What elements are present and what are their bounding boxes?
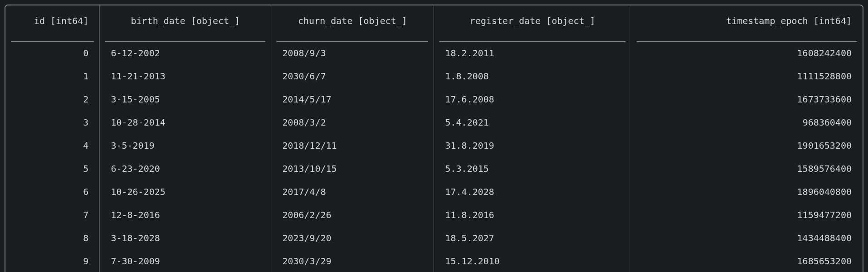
cell-id: 7 (5, 204, 100, 227)
cell-register-date: 5.4.2021 (434, 111, 631, 134)
cell-birth-date: 10-28-2014 (100, 111, 271, 134)
cell-churn-date: 2017/4/8 (271, 180, 434, 204)
cell-id: 4 (5, 134, 100, 157)
cell-id: 9 (5, 250, 100, 272)
cell-birth-date: 11-21-2013 (100, 65, 271, 88)
cell-churn-date: 2013/10/15 (271, 157, 434, 180)
table-row: 7 12-8-2016 2006/2/26 11.8.2016 11594772… (5, 204, 863, 227)
column-header-churn-date: churn_date [object_] (271, 5, 434, 37)
cell-timestamp-epoch: 968360400 (631, 111, 863, 134)
cell-register-date: 15.12.2010 (434, 250, 631, 272)
cell-churn-date: 2008/9/3 (271, 42, 434, 65)
table-body: 0 6-12-2002 2008/9/3 18.2.2011 160824240… (5, 37, 863, 272)
cell-churn-date: 2006/2/26 (271, 204, 434, 227)
column-header-register-date: register_date [object_] (434, 5, 631, 37)
cell-churn-date: 2014/5/17 (271, 88, 434, 111)
cell-register-date: 18.2.2011 (434, 42, 631, 65)
table-header-row: id [int64] birth_date [object_] churn_da… (5, 5, 863, 37)
cell-id: 2 (5, 88, 100, 111)
table-row: 3 10-28-2014 2008/3/2 5.4.2021 968360400 (5, 111, 863, 134)
cell-id: 6 (5, 180, 100, 204)
data-table: id [int64] birth_date [object_] churn_da… (5, 5, 863, 272)
cell-register-date: 5.3.2015 (434, 157, 631, 180)
cell-id: 1 (5, 65, 100, 88)
cell-id: 8 (5, 227, 100, 250)
cell-timestamp-epoch: 1896040800 (631, 180, 863, 204)
header-divider (5, 37, 863, 42)
cell-register-date: 17.6.2008 (434, 88, 631, 111)
column-header-birth-date: birth_date [object_] (100, 5, 271, 37)
column-header-id: id [int64] (5, 5, 100, 37)
cell-churn-date: 2030/6/7 (271, 65, 434, 88)
cell-register-date: 11.8.2016 (434, 204, 631, 227)
cell-timestamp-epoch: 1608242400 (631, 42, 863, 65)
cell-id: 5 (5, 157, 100, 180)
table-row: 9 7-30-2009 2030/3/29 15.12.2010 1685653… (5, 250, 863, 272)
cell-birth-date: 3-15-2005 (100, 88, 271, 111)
table-row: 0 6-12-2002 2008/9/3 18.2.2011 160824240… (5, 42, 863, 65)
table-row: 5 6-23-2020 2013/10/15 5.3.2015 15895764… (5, 157, 863, 180)
cell-register-date: 17.4.2028 (434, 180, 631, 204)
cell-register-date: 18.5.2027 (434, 227, 631, 250)
cell-birth-date: 12-8-2016 (100, 204, 271, 227)
cell-churn-date: 2023/9/20 (271, 227, 434, 250)
cell-register-date: 31.8.2019 (434, 134, 631, 157)
cell-timestamp-epoch: 1673733600 (631, 88, 863, 111)
cell-timestamp-epoch: 1685653200 (631, 250, 863, 272)
cell-birth-date: 3-18-2028 (100, 227, 271, 250)
data-table-container: id [int64] birth_date [object_] churn_da… (5, 5, 863, 272)
column-header-timestamp-epoch: timestamp_epoch [int64] (631, 5, 863, 37)
cell-birth-date: 10-26-2025 (100, 180, 271, 204)
table-row: 2 3-15-2005 2014/5/17 17.6.2008 16737336… (5, 88, 863, 111)
table-row: 4 3-5-2019 2018/12/11 31.8.2019 19016532… (5, 134, 863, 157)
cell-birth-date: 3-5-2019 (100, 134, 271, 157)
table-row: 6 10-26-2025 2017/4/8 17.4.2028 18960408… (5, 180, 863, 204)
cell-id: 0 (5, 42, 100, 65)
cell-birth-date: 6-12-2002 (100, 42, 271, 65)
cell-churn-date: 2008/3/2 (271, 111, 434, 134)
cell-timestamp-epoch: 1159477200 (631, 204, 863, 227)
cell-timestamp-epoch: 1434488400 (631, 227, 863, 250)
cell-churn-date: 2030/3/29 (271, 250, 434, 272)
cell-timestamp-epoch: 1589576400 (631, 157, 863, 180)
cell-birth-date: 6-23-2020 (100, 157, 271, 180)
table-row: 8 3-18-2028 2023/9/20 18.5.2027 14344884… (5, 227, 863, 250)
table-row: 1 11-21-2013 2030/6/7 1.8.2008 111152880… (5, 65, 863, 88)
cell-id: 3 (5, 111, 100, 134)
cell-birth-date: 7-30-2009 (100, 250, 271, 272)
cell-register-date: 1.8.2008 (434, 65, 631, 88)
cell-timestamp-epoch: 1901653200 (631, 134, 863, 157)
cell-timestamp-epoch: 1111528800 (631, 65, 863, 88)
cell-churn-date: 2018/12/11 (271, 134, 434, 157)
